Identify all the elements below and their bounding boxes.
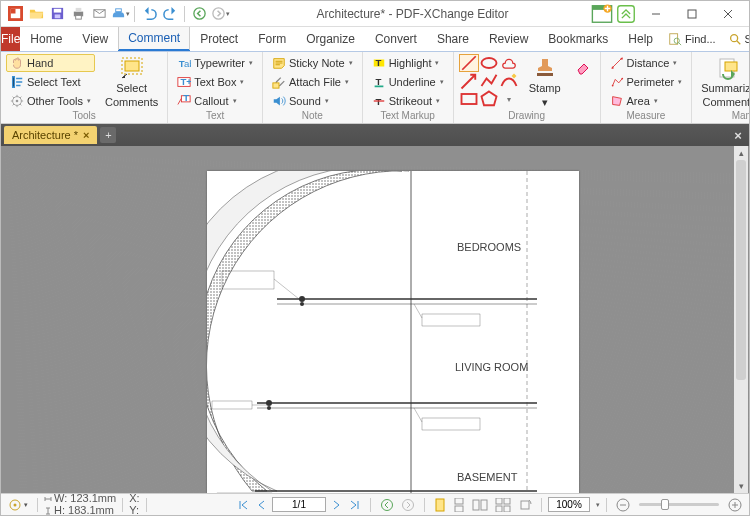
tab-help[interactable]: Help — [618, 27, 663, 51]
typewriter-button[interactable]: TabcTypewriter▾ — [173, 54, 257, 72]
maximize-button[interactable] — [675, 4, 709, 24]
callout-button[interactable]: TCallout▾ — [173, 92, 257, 110]
find-button[interactable]: Find... — [663, 30, 721, 48]
nav-back-icon[interactable] — [189, 4, 209, 24]
sound-button[interactable]: Sound▾ — [268, 92, 357, 110]
first-page-icon[interactable] — [234, 497, 252, 513]
summarize-comments-button[interactable]: SummarizeComments — [697, 54, 750, 110]
rotate-view-icon[interactable] — [515, 497, 535, 513]
tab-comment[interactable]: Comment — [118, 27, 190, 51]
scroll-thumb[interactable] — [736, 160, 746, 380]
close-button[interactable] — [711, 4, 745, 24]
oval-tool[interactable] — [479, 54, 499, 72]
tab-home[interactable]: Home — [20, 27, 72, 51]
zoom-in-icon[interactable] — [725, 497, 745, 513]
close-tab-icon[interactable]: × — [83, 129, 89, 141]
other-tools-button[interactable]: Other Tools▾ — [6, 92, 95, 110]
options-icon[interactable]: ▾ — [5, 497, 31, 513]
tab-form[interactable]: Form — [248, 27, 296, 51]
scan-icon[interactable]: ▾ — [110, 4, 130, 24]
zoom-input[interactable] — [548, 497, 590, 512]
svg-point-39 — [611, 85, 613, 87]
tab-protect[interactable]: Protect — [190, 27, 248, 51]
pdf-page[interactable]: BEDROOMS LIVING ROOM BASEMENT — [207, 171, 579, 493]
layout-single-icon[interactable] — [431, 497, 449, 513]
strikeout-button[interactable]: TStrikeout▾ — [368, 92, 448, 110]
next-page-icon[interactable] — [327, 497, 345, 513]
nav-fwd-status-icon[interactable] — [398, 497, 418, 513]
nav-forward-icon[interactable]: ▾ — [210, 4, 230, 24]
workspace[interactable]: BEDROOMS LIVING ROOM BASEMENT ▴ ▾ — [1, 146, 749, 493]
polygon-tool[interactable] — [479, 90, 499, 108]
svg-point-40 — [621, 78, 623, 80]
tab-share[interactable]: Share — [427, 27, 479, 51]
highlight-button[interactable]: THighlight▾ — [368, 54, 448, 72]
launch-icon[interactable] — [615, 4, 637, 24]
search-button[interactable]: Search... — [723, 30, 750, 48]
scroll-up-icon[interactable]: ▴ — [734, 146, 748, 160]
tab-convert[interactable]: Convert — [365, 27, 427, 51]
attach-file-button[interactable]: Attach File▾ — [268, 73, 357, 91]
find-label: Find... — [685, 33, 716, 45]
distance-button[interactable]: Distance▾ — [606, 54, 687, 72]
rect-tool[interactable] — [459, 90, 479, 108]
svg-rect-70 — [436, 499, 444, 511]
page-input[interactable] — [272, 497, 326, 512]
nav-back-status-icon[interactable] — [377, 497, 397, 513]
document-tab[interactable]: Architecture *× — [4, 126, 97, 144]
svg-text:T: T — [375, 57, 381, 68]
scroll-down-icon[interactable]: ▾ — [734, 479, 748, 493]
layout-facing-icon[interactable] — [469, 497, 491, 513]
add-tab-button[interactable]: + — [100, 127, 116, 143]
file-tab[interactable]: File — [1, 27, 20, 51]
tab-bookmarks[interactable]: Bookmarks — [538, 27, 618, 51]
zoom-slider[interactable] — [639, 503, 719, 506]
sticky-note-button[interactable]: Sticky Note▾ — [268, 54, 357, 72]
document-tab-strip: Architecture *× + × — [1, 124, 749, 146]
textbox-button[interactable]: T+Text Box▾ — [173, 73, 257, 91]
eraser-button[interactable] — [571, 54, 595, 78]
svg-rect-42 — [725, 62, 737, 71]
cloud-tool[interactable] — [499, 54, 519, 72]
close-pane-button[interactable]: × — [730, 127, 746, 143]
search-label: Search... — [745, 33, 750, 45]
hand-tool[interactable]: Hand — [6, 54, 95, 72]
select-comments-l1: Select — [116, 82, 147, 94]
minimize-button[interactable] — [639, 4, 673, 24]
svg-rect-78 — [504, 506, 510, 512]
redo-icon[interactable] — [160, 4, 180, 24]
undo-icon[interactable] — [139, 4, 159, 24]
pencil-tool[interactable] — [499, 72, 519, 90]
save-icon[interactable] — [47, 4, 67, 24]
ui-options-icon[interactable] — [591, 4, 613, 24]
print-icon[interactable] — [68, 4, 88, 24]
bedrooms-label: BEDROOMS — [457, 241, 521, 253]
svg-point-58 — [300, 302, 304, 306]
stamp-button[interactable]: Stamp▾ — [525, 54, 565, 110]
dropdown-indicator-icon[interactable]: ▾ — [499, 90, 519, 108]
prev-page-icon[interactable] — [253, 497, 271, 513]
open-icon[interactable] — [26, 4, 46, 24]
polyline-tool[interactable] — [479, 72, 499, 90]
select-comments-button[interactable]: Select Comments — [101, 54, 162, 110]
group-text-markup: THighlight▾ TUnderline▾ TStrikeout▾ Text… — [363, 52, 454, 123]
select-text-tool[interactable]: Select Text — [6, 73, 95, 91]
layout-facing-cont-icon[interactable] — [492, 497, 514, 513]
vertical-scrollbar[interactable]: ▴ ▾ — [734, 146, 748, 493]
dimensions-readout: W: 123.1mm H: 183.1mm — [44, 493, 116, 516]
arrow-tool[interactable] — [459, 72, 479, 90]
tab-organize[interactable]: Organize — [296, 27, 365, 51]
perimeter-button[interactable]: Perimeter▾ — [606, 73, 687, 91]
svg-rect-74 — [481, 500, 487, 510]
tab-view[interactable]: View — [72, 27, 118, 51]
last-page-icon[interactable] — [346, 497, 364, 513]
zoom-out-icon[interactable] — [613, 497, 633, 513]
line-tool[interactable] — [459, 54, 479, 72]
group-tools-label: Tools — [6, 110, 162, 123]
email-icon[interactable] — [89, 4, 109, 24]
tab-review[interactable]: Review — [479, 27, 538, 51]
area-button[interactable]: Area▾ — [606, 92, 687, 110]
svg-point-20 — [16, 100, 19, 103]
underline-button[interactable]: TUnderline▾ — [368, 73, 448, 91]
layout-continuous-icon[interactable] — [450, 497, 468, 513]
